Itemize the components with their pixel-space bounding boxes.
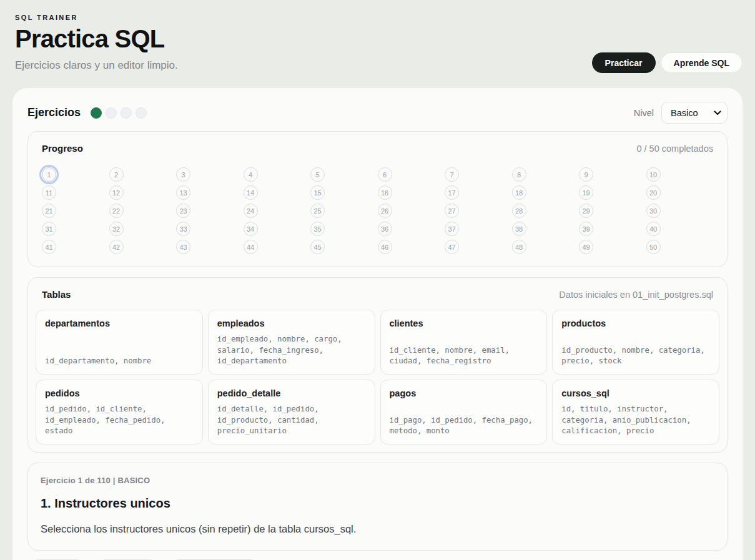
- exercise-circle-40[interactable]: 40: [646, 222, 661, 236]
- app-eyebrow: SQL TRAINER: [15, 14, 743, 21]
- level-select[interactable]: Basico: [661, 102, 728, 124]
- exercise-circle-2[interactable]: 2: [109, 167, 124, 182]
- exercise-circle-44[interactable]: 44: [244, 240, 258, 254]
- exercise-circle-6[interactable]: 6: [378, 167, 392, 182]
- table-name: clientes: [390, 318, 538, 328]
- exercise-circle-28[interactable]: 28: [512, 204, 526, 218]
- exercise-description: Selecciona los instructores unicos (sin …: [41, 523, 714, 535]
- exercise-circle-33[interactable]: 33: [176, 222, 190, 236]
- header-actions: Practicar Aprende SQL: [592, 52, 743, 73]
- exercise-dots: [91, 107, 147, 119]
- exercise-circle-3[interactable]: 3: [176, 167, 190, 182]
- exercise-circle-27[interactable]: 27: [445, 204, 459, 218]
- exercise-circle-18[interactable]: 18: [512, 185, 526, 200]
- exercise-circle-13[interactable]: 13: [176, 185, 190, 200]
- progress-grid: 1234567891011121314151617181920212223242…: [42, 167, 713, 254]
- exercise-circle-48[interactable]: 48: [512, 240, 526, 254]
- table-card: pedido_detalle id_detalle, id_pedido, id…: [208, 380, 375, 445]
- exercise-circle-45[interactable]: 45: [310, 240, 325, 254]
- table-columns: id_producto, nombre, categoria, precio, …: [561, 340, 710, 366]
- exercise-circle-35[interactable]: 35: [310, 222, 325, 236]
- tables-panel: Tablas Datos iniciales en 01_init_postgr…: [27, 277, 728, 453]
- table-columns: id_pedido, id_cliente, id_empleado, fech…: [45, 399, 194, 436]
- exercise-circle-20[interactable]: 20: [646, 185, 661, 200]
- exercise-circle-14[interactable]: 14: [244, 185, 258, 200]
- exercise-circle-9[interactable]: 9: [579, 167, 593, 182]
- practicar-button[interactable]: Practicar: [592, 52, 656, 73]
- exercise-circle-23[interactable]: 23: [176, 204, 190, 218]
- exercise-circle-43[interactable]: 43: [176, 240, 190, 254]
- table-name: empleados: [217, 318, 366, 328]
- exercise-circle-50[interactable]: 50: [646, 240, 661, 254]
- table-columns: id, titulo, instructor, categoria, anio_…: [561, 399, 710, 436]
- exercise-circle-16[interactable]: 16: [378, 185, 392, 200]
- dot-inactive: [136, 107, 147, 119]
- tables-title: Tablas: [42, 289, 71, 300]
- dot-inactive: [121, 107, 132, 119]
- exercise-circle-15[interactable]: 15: [310, 185, 325, 200]
- exercise-circle-12[interactable]: 12: [109, 185, 124, 200]
- exercise-circle-37[interactable]: 37: [445, 222, 459, 236]
- table-name: pedidos: [45, 388, 194, 398]
- exercise-circle-42[interactable]: 42: [109, 240, 124, 254]
- exercises-title: Ejercicios: [27, 106, 81, 119]
- table-columns: id_detalle, id_pedido, id_producto, cant…: [217, 399, 366, 436]
- exercise-circle-22[interactable]: 22: [109, 204, 124, 218]
- table-columns: id_cliente, nombre, email, ciudad, fecha…: [390, 340, 538, 366]
- exercise-circle-39[interactable]: 39: [579, 222, 593, 236]
- exercise-circle-31[interactable]: 31: [42, 222, 56, 236]
- exercise-circle-29[interactable]: 29: [579, 204, 593, 218]
- table-name: departamentos: [45, 318, 194, 328]
- exercise-circle-21[interactable]: 21: [42, 204, 56, 218]
- exercise-circle-46[interactable]: 46: [378, 240, 392, 254]
- exercise-circle-34[interactable]: 34: [244, 222, 258, 236]
- table-columns: id_departamento, nombre: [45, 351, 194, 366]
- table-card: pagos id_pago, id_pedido, fecha_pago, me…: [380, 380, 548, 445]
- exercise-circle-49[interactable]: 49: [579, 240, 593, 254]
- exercise-circle-26[interactable]: 26: [378, 204, 392, 218]
- exercise-circle-19[interactable]: 19: [579, 185, 593, 200]
- exercise-circle-17[interactable]: 17: [445, 185, 459, 200]
- exercise-circle-10[interactable]: 10: [646, 167, 661, 182]
- dot-active: [91, 107, 102, 119]
- progress-count: 0 / 50 completados: [636, 144, 713, 154]
- tables-grid: departamentos id_departamento, nombre em…: [36, 310, 719, 445]
- progress-title: Progreso: [42, 143, 83, 154]
- level-label: Nivel: [634, 108, 654, 118]
- exercise-circle-24[interactable]: 24: [244, 204, 258, 218]
- exercise-circle-30[interactable]: 30: [646, 204, 661, 218]
- table-columns: id_empleado, nombre, cargo, salario, fec…: [217, 329, 366, 366]
- page-header: SQL TRAINER Practica SQL Ejercicios clar…: [0, 0, 755, 72]
- table-name: productos: [561, 318, 710, 328]
- exercise-circle-5[interactable]: 5: [310, 167, 325, 182]
- tables-header: Tablas Datos iniciales en 01_init_postgr…: [36, 289, 719, 300]
- table-name: pedido_detalle: [217, 388, 366, 398]
- table-card: pedidos id_pedido, id_cliente, id_emplea…: [36, 380, 203, 445]
- exercises-bar: Ejercicios Nivel Basico: [27, 102, 728, 124]
- level-select-wrap: Basico: [661, 102, 728, 124]
- page-title: Practica SQL: [15, 25, 743, 53]
- exercises-card: Ejercicios Nivel Basico Progreso 0 / 50 …: [12, 88, 743, 560]
- exercise-circle-38[interactable]: 38: [512, 222, 526, 236]
- exercise-circle-8[interactable]: 8: [512, 167, 526, 182]
- exercise-circle-11[interactable]: 11: [42, 185, 56, 200]
- table-card: cursos_sql id, titulo, instructor, categ…: [552, 380, 719, 445]
- level-control: Nivel Basico: [634, 102, 728, 124]
- table-name: pagos: [390, 388, 538, 398]
- exercise-circle-7[interactable]: 7: [445, 167, 459, 182]
- progress-header: Progreso 0 / 50 completados: [42, 143, 713, 154]
- exercise-title: 1. Instructores unicos: [41, 496, 714, 511]
- exercise-circle-41[interactable]: 41: [42, 240, 56, 254]
- table-card: empleados id_empleado, nombre, cargo, sa…: [208, 310, 375, 375]
- exercise-circle-32[interactable]: 32: [109, 222, 124, 236]
- exercise-circle-25[interactable]: 25: [310, 204, 325, 218]
- table-columns: id_pago, id_pedido, fecha_pago, metodo, …: [390, 410, 538, 436]
- aprende-sql-button[interactable]: Aprende SQL: [661, 52, 743, 73]
- exercise-panel: Ejercicio 1 de 110 | BASICO 1. Instructo…: [27, 463, 728, 551]
- exercise-circle-4[interactable]: 4: [244, 167, 258, 182]
- table-card: departamentos id_departamento, nombre: [36, 310, 203, 375]
- exercise-circle-1[interactable]: 1: [42, 167, 56, 182]
- exercise-circle-47[interactable]: 47: [445, 240, 459, 254]
- table-card: productos id_producto, nombre, categoria…: [552, 310, 719, 375]
- exercise-circle-36[interactable]: 36: [378, 222, 392, 236]
